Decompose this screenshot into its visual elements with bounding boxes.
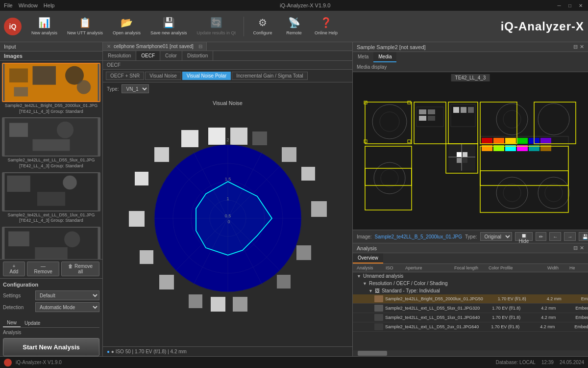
close-right-icon[interactable]: ✕ [580, 44, 584, 50]
svg-rect-22 [301, 167, 315, 181]
tab-resolution[interactable]: Resolution [103, 51, 136, 60]
maximize-button[interactable]: □ [566, 2, 573, 9]
detection-select[interactable]: Automatic Mode [35, 302, 99, 312]
analysis-mode-label: Analysis [3, 330, 99, 335]
oecf-tab-visual-noise-polar[interactable]: Visual Noise Polar [182, 72, 231, 80]
new-utt-analysis-button[interactable]: 📋 New UTT analysis [63, 15, 107, 38]
svg-rect-33 [154, 147, 169, 162]
tab-overview[interactable]: Overview [353, 253, 383, 263]
tab-meta[interactable]: Meta [353, 52, 373, 62]
configure-button[interactable]: ⚙ Configure [248, 15, 277, 38]
svg-rect-9 [33, 139, 70, 151]
menu-help[interactable]: Help [44, 2, 55, 8]
data-row-2[interactable]: Sample2_te42LL_ext_LL_D55_1lux_01.JPG 64… [353, 313, 588, 322]
menu-bar[interactable]: File Window Help [4, 2, 54, 8]
data-row-3[interactable]: Sample2_te42LL_ext_LL_D55_2ux_01.JPG 640… [353, 322, 588, 332]
menu-file[interactable]: File [4, 2, 13, 8]
remote-button[interactable]: 📡 Remote [279, 15, 309, 38]
image-type-select[interactable]: Original [480, 232, 512, 241]
right-header-icon-1[interactable]: ⊟ [573, 44, 578, 50]
menu-window[interactable]: Window [19, 2, 38, 8]
center-header-icon[interactable]: ⊟ [198, 44, 202, 49]
detection-row: Detection Automatic Mode [3, 302, 99, 312]
analysis-header-controls[interactable]: ⊟ ✕ [573, 245, 584, 251]
label-resolution: Resolution / OECF / Color / Shading [369, 281, 448, 286]
configuration-section: Configuration Settings Default Detection… [0, 278, 102, 317]
type-select[interactable]: VN_1 [122, 84, 149, 93]
save-media-button[interactable]: 💾 [579, 232, 588, 241]
svg-rect-19 [230, 128, 247, 145]
oecf-tab-visual-noise[interactable]: Visual Noise [145, 72, 181, 80]
new-analysis-button[interactable]: 📊 New analysis [27, 15, 61, 38]
remove-button[interactable]: — Remove [27, 262, 59, 276]
right-header-controls[interactable]: ⊟ ✕ [573, 44, 584, 50]
svg-rect-34 [181, 130, 198, 147]
col-height: He [569, 265, 584, 270]
analysis-expand-icon[interactable]: ⊟ [573, 245, 578, 251]
svg-rect-86 [457, 158, 462, 163]
data-row-0[interactable]: Sample2_te42LL_Bright_D55_2000lux_01.JPG… [353, 294, 588, 304]
save-new-analysis-button[interactable]: 💾 Save new analysis [147, 15, 191, 38]
online-help-button[interactable]: ❓ Online Help [311, 15, 342, 38]
row-aperture-2: 1.70 EV (f/1.8) [492, 315, 541, 320]
tab-oecf[interactable]: OECF [136, 51, 160, 60]
remote-icon: 📡 [288, 17, 300, 28]
forward-button[interactable]: → [564, 232, 576, 241]
hide-rois-button[interactable]: 🔲 Hide ROIs [515, 232, 533, 241]
update-tab[interactable]: Update [21, 319, 44, 327]
close-button[interactable]: ✕ [577, 2, 584, 9]
tree-row-resolution[interactable]: ▼ Resolution / OECF / Color / Shading [353, 280, 588, 287]
tab-media[interactable]: Media [373, 52, 396, 62]
close-center-icon[interactable]: ✕ [107, 44, 111, 49]
row-iso-3: 640 [471, 324, 491, 329]
input-header: Input [0, 42, 102, 52]
tree-row-standard[interactable]: ▼ 🖼 Standard - Type: Individual [353, 287, 588, 294]
svg-rect-74 [540, 138, 551, 144]
detection-label: Detection [3, 305, 32, 310]
save-icon: 💾 [163, 17, 175, 28]
new-analysis-icon: 📊 [38, 17, 50, 28]
left-panel: Input Images Sample2_te42LL_Bright_D55_2… [0, 42, 103, 356]
oecf-tab-incremental-gain[interactable]: Incremental Gain / Sigma Total [232, 72, 308, 80]
svg-rect-7 [9, 123, 28, 137]
image-item-0[interactable]: Sample2_te42LL_Bright_D55_2000lux_01.JPG… [2, 63, 100, 114]
back-button[interactable]: ← [549, 232, 561, 241]
analysis-table-header: Analysis ISO Aperture Focal length Color… [353, 264, 588, 272]
analysis-header: Analysis ⊟ ✕ [353, 243, 588, 253]
title-bar: File Window Help iQ-Analyzer-X V1.9.0 ─ … [0, 0, 588, 11]
tab-distortion[interactable]: Distortion [182, 51, 213, 60]
image-item-2[interactable]: Sample2_te42LL_ext_LL_D55_1lux_01.JPG [T… [2, 172, 100, 224]
window-controls[interactable]: ─ □ ✕ [556, 2, 584, 9]
remote-label: Remote [286, 30, 302, 36]
tree-row-unnamed[interactable]: ▼ Unnamed analysis [353, 272, 588, 280]
image-item-1[interactable]: Sample2_te42LL_ext_LL_D55_5lux_01.JPG [T… [2, 117, 100, 169]
analysis-scrollbar-h[interactable] [353, 350, 588, 356]
svg-rect-21 [282, 147, 296, 162]
image-thumb-3 [3, 228, 99, 259]
settings-select[interactable]: Default [35, 290, 99, 300]
analysis-table-body: ▼ Unnamed analysis ▼ Resolution / OECF /… [353, 272, 588, 350]
standard-icon: 🖼 [375, 288, 380, 293]
data-row-1[interactable]: Sample2_te42LL_ext_LL_D55_5lux_01.JPG 32… [353, 304, 588, 313]
new-tab[interactable]: New [3, 319, 21, 327]
analysis-section: Analysis ⊟ ✕ Overview Analysis ISO Apert… [353, 243, 588, 356]
add-button[interactable]: + Add [3, 262, 25, 276]
image-item-3[interactable]: Sample2_te42LL_ext_LL_D55_2lux_01.JPG [T… [2, 227, 100, 259]
update-results-button[interactable]: 🔄 Update results in Qt [193, 15, 240, 38]
image-thumb-1 [3, 118, 99, 156]
tab-color[interactable]: Color [160, 51, 182, 60]
oecf-tab-snr[interactable]: OECF + SNR [106, 72, 144, 80]
svg-rect-25 [277, 275, 291, 289]
image-name-link[interactable]: Sample2_te42LL_B_5_2000lux_01.JPG [375, 234, 462, 239]
svg-point-12 [63, 176, 77, 190]
analysis-close-icon[interactable]: ✕ [580, 245, 584, 251]
minimize-button[interactable]: ─ [556, 2, 563, 9]
help-label: Online Help [315, 30, 338, 36]
svg-rect-15 [8, 232, 29, 246]
remove-all-button[interactable]: 🗑 Remove all [61, 262, 99, 276]
open-analysis-button[interactable]: 📂 Open analysis [109, 15, 145, 38]
edit-button[interactable]: ✏ [536, 232, 546, 241]
start-new-analysis-button[interactable]: Start New Analysis [3, 338, 99, 356]
status-database: Database: LOCAL [496, 360, 536, 365]
scrollbar-thumb[interactable] [358, 351, 387, 356]
